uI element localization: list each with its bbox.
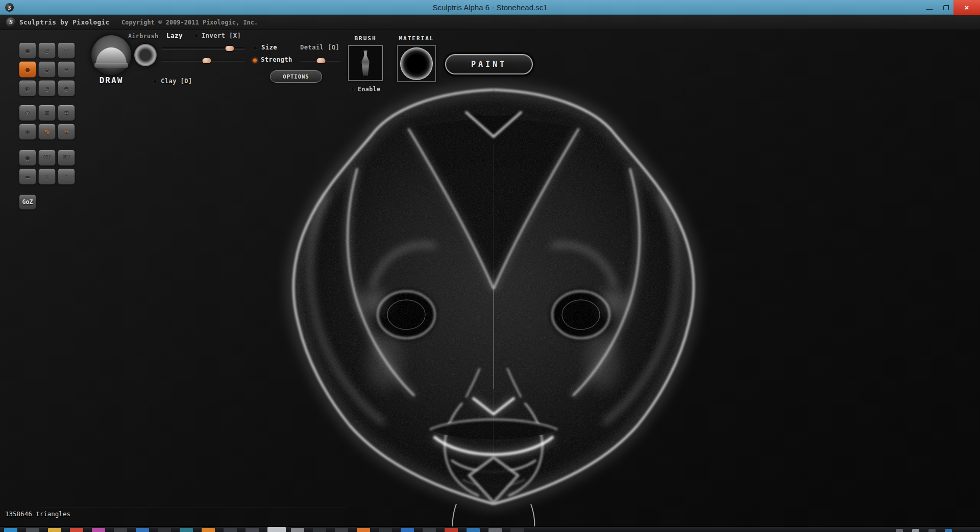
wireframe-icon: ⊠ (45, 109, 49, 116)
scale-tool-button[interactable]: ⊡ (58, 42, 75, 59)
scale-icon: ⊡ (64, 47, 68, 54)
options-button[interactable]: OPTIONS (270, 70, 322, 83)
size-radio[interactable] (253, 46, 257, 50)
new-plane-button[interactable]: ▬ (19, 168, 36, 185)
texture-tool-button[interactable]: ∿ (38, 123, 56, 140)
export-obj-button[interactable]: OBJ (58, 149, 75, 166)
taskbar-icon[interactable] (224, 528, 237, 532)
size-slider[interactable] (161, 47, 245, 49)
lazy-toggle[interactable]: Lazy (166, 32, 183, 39)
taskbar-icon[interactable] (445, 528, 458, 532)
taskbar-icon[interactable] (488, 528, 502, 532)
rotate-tool-button[interactable]: ↺ (38, 42, 56, 59)
titlebar[interactable]: S Sculptris Alpha 6 - Stonehead.sc1 — × (0, 0, 980, 15)
save-file-button[interactable]: ⇑ (58, 168, 75, 185)
new-sphere-button[interactable]: ● (19, 149, 36, 166)
toolbar-group-view: ◎ ⊠ ⊞ ◉ ∿ ⇔ (19, 105, 76, 140)
goz-button[interactable]: GoZ (19, 194, 36, 210)
invert-radio[interactable] (194, 34, 199, 38)
taskbar-icon[interactable] (48, 528, 61, 532)
obj-export-icon: OBJ (63, 156, 70, 160)
import-obj-button[interactable]: OBJ (38, 149, 56, 166)
taskbar-icon[interactable] (423, 528, 436, 532)
taskbar-icon[interactable] (92, 528, 105, 532)
symmetry-icon: ⇔ (64, 128, 68, 135)
taskbar-icon[interactable] (70, 528, 83, 532)
wave-icon: ∿ (44, 128, 50, 135)
taskbar-icon[interactable] (158, 528, 171, 532)
viewport-3d[interactable] (0, 30, 980, 526)
detail-slider-knob[interactable] (317, 58, 326, 63)
size-slider-knob[interactable] (226, 46, 234, 51)
pinch-tool-button[interactable]: ◔ (38, 80, 56, 96)
taskbar-icon[interactable] (136, 528, 149, 532)
taskbar-icon[interactable] (180, 528, 193, 532)
taskbar-icon-active[interactable] (267, 527, 286, 532)
brush-section-label: BRUSH (348, 35, 383, 42)
airbrush-label: Airbrush (128, 33, 158, 40)
enable-label[interactable]: Enable (358, 86, 381, 93)
minimize-button[interactable]: — (922, 0, 937, 15)
reduce-brush-button[interactable]: ◎ (19, 105, 36, 121)
inflate-tool-button[interactable]: ◐ (19, 80, 36, 96)
taskbar-icon[interactable] (357, 528, 370, 532)
clay-radio[interactable] (153, 80, 157, 84)
tray-icon[interactable] (928, 529, 936, 532)
strength-slider[interactable] (161, 60, 245, 62)
material-section-label: MATERIAL (397, 35, 436, 42)
brush-alpha-thumbnail (359, 50, 372, 76)
tray-icon[interactable] (896, 529, 903, 532)
invert-label[interactable]: Invert [X] (202, 32, 241, 39)
close-icon: × (965, 3, 969, 12)
brush-shape-preview[interactable] (91, 35, 131, 75)
clay-label[interactable]: Clay [D] (161, 78, 192, 85)
crease-tool-button[interactable]: ● (19, 42, 36, 59)
airbrush-falloff-preview[interactable] (134, 44, 157, 66)
flatten-icon: ◒ (45, 66, 49, 73)
grab-tool-button[interactable]: ⊕ (58, 61, 75, 78)
copyright-text: Copyright © 2009-2011 Pixologic, Inc. (121, 19, 258, 26)
taskbar-icon[interactable] (401, 528, 414, 532)
mask-tool-button[interactable]: ◉ (19, 123, 36, 140)
toolbar-group-sculpt: ● ↺ ⊡ ● ◒ ⊕ ◐ ◔ ◓ (19, 42, 76, 96)
start-button[interactable] (4, 528, 17, 532)
mask-icon: ◉ (26, 128, 30, 135)
flatten-tool-button[interactable]: ◒ (38, 61, 56, 78)
draw-tool-button[interactable]: ● (19, 61, 36, 78)
windows-taskbar[interactable] (0, 526, 980, 532)
open-file-button[interactable]: ⇓ (38, 168, 56, 185)
paint-mode-button[interactable]: PAINT (445, 54, 533, 74)
restore-button[interactable] (938, 0, 953, 15)
taskbar-icon[interactable] (114, 528, 127, 532)
taskbar-icon[interactable] (510, 528, 524, 532)
sculptris-logo-icon: S (6, 17, 16, 27)
strength-radio[interactable] (253, 58, 257, 63)
taskbar-icon[interactable] (26, 528, 39, 532)
smooth-tool-button[interactable]: ◓ (58, 80, 75, 96)
strength-slider-knob[interactable] (202, 58, 211, 63)
tray-icon[interactable] (912, 529, 919, 532)
enable-radio[interactable] (350, 88, 355, 92)
sphere-icon: ● (26, 154, 30, 161)
open-icon: ⇓ (45, 173, 49, 180)
taskbar-icon[interactable] (467, 528, 480, 532)
taskbar-icon[interactable] (246, 528, 259, 532)
symmetry-toggle-button[interactable]: ⇔ (58, 123, 75, 140)
taskbar-icon[interactable] (379, 528, 392, 532)
material-selector[interactable] (397, 45, 436, 82)
taskbar-icon[interactable] (291, 528, 304, 532)
close-button[interactable]: × (953, 0, 980, 15)
tray-icon[interactable] (945, 529, 952, 532)
draw-icon: ● (26, 66, 30, 73)
taskbar-icon[interactable] (313, 528, 326, 532)
brush-profile-base (94, 63, 128, 68)
grid-toggle-button[interactable]: ⊞ (58, 105, 75, 121)
wireframe-toggle-button[interactable]: ⊠ (38, 105, 56, 121)
material-sphere-preview (400, 47, 433, 80)
brush-texture-selector[interactable] (348, 45, 383, 81)
window-title: Sculptris Alpha 6 - Stonehead.sc1 (0, 0, 980, 15)
taskbar-icon[interactable] (335, 528, 348, 532)
crease-icon: ● (26, 47, 30, 54)
detail-slider[interactable] (300, 60, 340, 62)
taskbar-icon[interactable] (202, 528, 215, 532)
